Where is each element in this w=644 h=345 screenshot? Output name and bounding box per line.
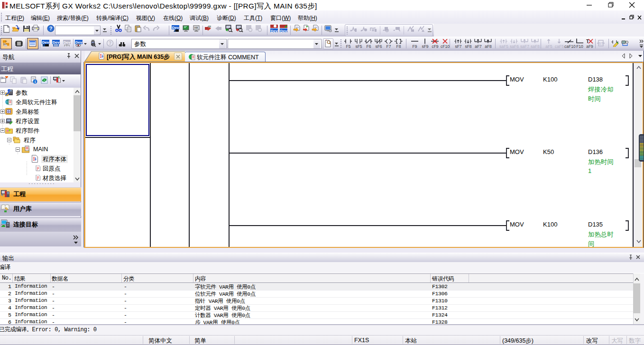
svg-text:?: ?: [49, 26, 53, 31]
svg-text:Dev: Dev: [42, 40, 49, 45]
svg-text:ST: ST: [598, 41, 603, 45]
svg-text:?: ?: [109, 41, 111, 46]
svg-text:Dev: Dev: [280, 29, 287, 33]
svg-text:Dev: Dev: [53, 40, 60, 45]
svg-text:Dev: Dev: [271, 29, 278, 33]
svg-text:Dev: Dev: [172, 26, 179, 30]
svg-text:HK: HK: [194, 26, 199, 30]
svg-text:Dev: Dev: [75, 40, 83, 45]
svg-text:Dev: Dev: [64, 40, 71, 45]
